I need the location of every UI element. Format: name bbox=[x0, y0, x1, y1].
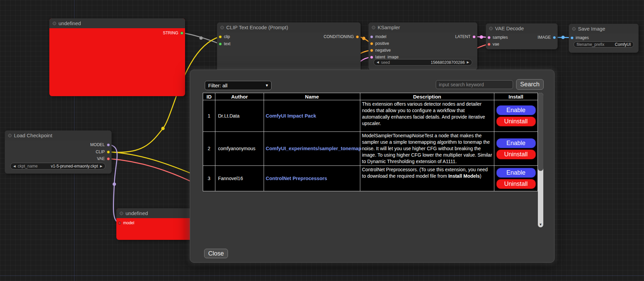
input-slot-samples: samples bbox=[488, 35, 508, 40]
cell-name: ComfyUI_experiments/sampler_tonemap bbox=[264, 132, 360, 166]
cell-id: 2 bbox=[203, 132, 215, 166]
extension-table: ID Author Name Description Install 1 Dr.… bbox=[203, 93, 538, 191]
widget-label: seed bbox=[381, 60, 390, 65]
node-title-bar[interactable]: CLIP Text Encode (Prompt) bbox=[217, 22, 361, 32]
node-title: undefined bbox=[59, 20, 81, 26]
collapse-dot-icon[interactable] bbox=[8, 134, 12, 137]
enable-button[interactable]: Enable bbox=[496, 105, 536, 115]
vae-input-dot[interactable] bbox=[488, 43, 491, 46]
cell-description: This extension offers various detector n… bbox=[360, 100, 494, 132]
enable-button[interactable]: Enable bbox=[496, 138, 536, 148]
widget-value: 156680208700286 bbox=[431, 60, 465, 65]
collapse-dot-icon[interactable] bbox=[572, 27, 576, 31]
input-slot-model: model bbox=[118, 221, 134, 225]
node-undefined-bottom[interactable]: undefined model bbox=[116, 208, 195, 240]
widget-value: ComfyUI bbox=[615, 42, 631, 47]
extension-link[interactable]: ControlNet Preprocessors bbox=[266, 176, 327, 181]
widget-decrement-icon[interactable]: ◀ bbox=[377, 61, 379, 64]
column-header-name: Name bbox=[264, 93, 360, 100]
extension-link[interactable]: ComfyUI_experiments/sampler_tonemap bbox=[266, 146, 361, 151]
node-title-bar[interactable]: undefined bbox=[49, 18, 185, 28]
cell-install: Enable Uninstall bbox=[494, 100, 538, 132]
output-slot-vae: VAE bbox=[97, 156, 110, 161]
node-title: CLIP Text Encode (Prompt) bbox=[226, 24, 288, 30]
images-input-dot[interactable] bbox=[571, 36, 574, 39]
uninstall-button[interactable]: Uninstall bbox=[496, 179, 536, 189]
model-input-dot[interactable] bbox=[370, 35, 373, 38]
scrollbar-down-button[interactable]: ▼ bbox=[538, 221, 543, 227]
clip-output-dot[interactable] bbox=[107, 151, 110, 154]
widget-increment-icon[interactable]: ▶ bbox=[467, 61, 469, 64]
column-header-install: Install bbox=[494, 93, 538, 100]
collapse-dot-icon[interactable] bbox=[372, 26, 375, 29]
output-slot-image: IMAGE bbox=[538, 35, 556, 40]
text-input-dot[interactable] bbox=[219, 42, 222, 46]
vae-output-dot[interactable] bbox=[107, 157, 110, 160]
seed-widget[interactable]: ◀ seed 156680208700286 ▶ bbox=[374, 59, 472, 66]
input-slot-negative: negative bbox=[370, 48, 391, 53]
node-undefined-top[interactable]: undefined STRING bbox=[49, 18, 185, 96]
conditioning-output-dot[interactable] bbox=[356, 35, 359, 38]
latent-input-dot[interactable] bbox=[370, 56, 373, 59]
node-title-bar[interactable]: Load Checkpoint bbox=[5, 130, 112, 140]
custom-nodes-manager-dialog: Filter: all ▼ Search ID Author Name Desc… bbox=[190, 70, 555, 263]
input-slot-images: images bbox=[571, 35, 589, 40]
cell-name: ComfyUI Impact Pack bbox=[264, 100, 360, 132]
extension-link[interactable]: ComfyUI Impact Pack bbox=[266, 113, 316, 119]
negative-input-dot[interactable] bbox=[370, 49, 373, 52]
enable-button[interactable]: Enable bbox=[496, 168, 536, 178]
table-row: 3 Fannovel16 ControlNet Preprocessors Co… bbox=[203, 166, 538, 191]
uninstall-button[interactable]: Uninstall bbox=[496, 150, 536, 159]
filename-prefix-widget[interactable]: filename_prefix ComfyUI bbox=[574, 41, 634, 48]
filter-dropdown[interactable]: Filter: all bbox=[205, 81, 271, 90]
node-vae-decode[interactable]: VAE Decode samples vae IMAGE bbox=[486, 23, 558, 49]
image-output-dot[interactable] bbox=[553, 36, 556, 39]
table-row: 2 comfyanonymous ComfyUI_experiments/sam… bbox=[203, 132, 538, 166]
collapse-dot-icon[interactable] bbox=[53, 22, 56, 25]
string-output-dot[interactable] bbox=[180, 32, 183, 35]
search-button[interactable]: Search bbox=[516, 79, 544, 90]
collapse-dot-icon[interactable] bbox=[489, 27, 493, 30]
clip-input-dot[interactable] bbox=[219, 35, 222, 38]
table-row: 1 Dr.Lt.Data ComfyUI Impact Pack This ex… bbox=[203, 100, 538, 132]
node-title: KSampler bbox=[378, 24, 400, 30]
widget-decrement-icon[interactable]: ◀ bbox=[13, 165, 16, 168]
node-title: VAE Decode bbox=[495, 25, 524, 31]
cell-install: Enable Uninstall bbox=[494, 166, 538, 191]
model-output-dot[interactable] bbox=[107, 143, 110, 146]
cell-author: comfyanonymous bbox=[215, 132, 264, 166]
column-header-description: Description bbox=[360, 93, 494, 100]
node-title-bar[interactable]: VAE Decode bbox=[486, 23, 558, 33]
node-title-bar[interactable]: undefined bbox=[116, 208, 195, 218]
uninstall-button[interactable]: Uninstall bbox=[496, 117, 536, 126]
collapse-dot-icon[interactable] bbox=[220, 26, 224, 29]
close-button[interactable]: Close bbox=[204, 249, 228, 258]
node-ksampler[interactable]: KSampler model positive negative latent_… bbox=[368, 22, 477, 70]
widget-label: filename_prefix bbox=[577, 42, 604, 47]
table-scrollbar[interactable]: ▼ bbox=[538, 93, 543, 227]
model-input-dot[interactable] bbox=[118, 222, 121, 225]
column-header-author: Author bbox=[215, 93, 264, 100]
node-clip-text-encode[interactable]: CLIP Text Encode (Prompt) clip text COND… bbox=[217, 22, 361, 73]
graph-canvas[interactable]: { "icons": { "arrow_left": "◀", "arrow_r… bbox=[0, 0, 644, 281]
scrollbar-thumb[interactable] bbox=[538, 93, 543, 171]
node-title: Load Checkpoint bbox=[14, 133, 52, 138]
node-title-bar[interactable]: KSampler bbox=[368, 22, 477, 32]
input-slot-latent-image: latent_image bbox=[370, 55, 399, 59]
node-load-checkpoint[interactable]: Load Checkpoint MODEL CLIP VAE ◀ ckpt_na… bbox=[5, 130, 112, 174]
input-slot-text: text bbox=[219, 41, 230, 46]
input-slot-vae: vae bbox=[488, 42, 499, 47]
node-save-image[interactable]: Save Image images filename_prefix ComfyU… bbox=[569, 24, 639, 53]
samples-input-dot[interactable] bbox=[488, 36, 491, 39]
cell-id: 3 bbox=[203, 166, 215, 191]
ckpt-name-widget[interactable]: ◀ ckpt_name v1-5-pruned-emaonly.ckpt ▶ bbox=[10, 163, 105, 170]
latent-output-dot[interactable] bbox=[473, 35, 476, 38]
search-input[interactable] bbox=[436, 80, 513, 89]
output-slot-string: STRING bbox=[163, 31, 183, 35]
positive-input-dot[interactable] bbox=[370, 42, 373, 45]
node-title: Save Image bbox=[578, 26, 605, 32]
scroll-down-icon: ▼ bbox=[539, 223, 542, 226]
collapse-dot-icon[interactable] bbox=[120, 212, 123, 215]
node-title-bar[interactable]: Save Image bbox=[569, 24, 639, 34]
widget-increment-icon[interactable]: ▶ bbox=[100, 165, 102, 168]
